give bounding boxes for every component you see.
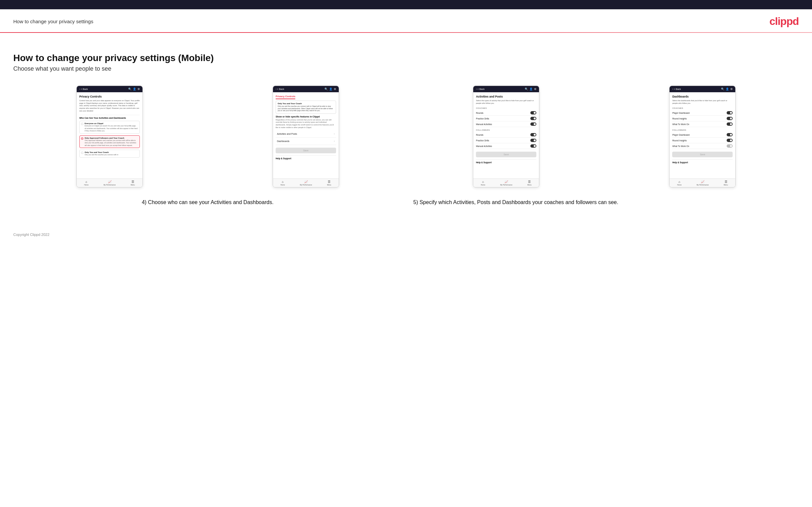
nav-home-4[interactable]: ⌂ Home bbox=[677, 180, 681, 186]
menu-label-2: Menu bbox=[327, 184, 332, 186]
home-label-2: Home bbox=[280, 184, 285, 186]
divider-1 bbox=[80, 115, 140, 115]
toggle-player-dash-coach-control[interactable] bbox=[727, 111, 732, 114]
nav-perf-2[interactable]: 📈 My Performance bbox=[300, 180, 312, 186]
home-icon-2: ⌂ bbox=[282, 180, 283, 183]
phone-4-back: ‹ < Back bbox=[672, 88, 681, 90]
toggle-work-on-follower-control[interactable] bbox=[727, 144, 732, 148]
phone-1-section-title: Privacy Controls bbox=[80, 95, 140, 98]
popup-desc: Only you and the coaches you connect wit… bbox=[277, 105, 334, 112]
top-bar bbox=[0, 0, 812, 9]
nav-menu-4[interactable]: ☰ Menu bbox=[724, 180, 728, 186]
screenshot-4: ‹ < Back 🔍 👤 ⚙ Dashboards Select th bbox=[606, 86, 799, 193]
option-approved[interactable]: Only Approved Followers and Your Coach O… bbox=[80, 135, 140, 148]
nav-menu-3[interactable]: ☰ Menu bbox=[527, 180, 532, 186]
player-dash-coach-label: Player Dashboard bbox=[672, 112, 690, 114]
page-heading: How to change your privacy settings (Mob… bbox=[13, 53, 799, 63]
toggle-drills-follower-control[interactable] bbox=[530, 139, 536, 142]
toggle-round-insights-follower-control[interactable] bbox=[727, 139, 732, 142]
activities-label: Activities and Posts bbox=[277, 133, 297, 135]
search-icon-4: 🔍 bbox=[721, 88, 724, 91]
menu-icon-1: ☰ bbox=[132, 180, 134, 183]
phone-1-nav: ⌂ Home 📈 My Performance ☰ Menu bbox=[77, 178, 143, 187]
phone-4-nav: ⌂ Home 📈 My Performance ☰ Menu bbox=[669, 178, 735, 187]
toggle-round-insights-follower: Round Insights bbox=[672, 138, 732, 143]
save-btn-3[interactable]: Save bbox=[476, 152, 536, 157]
coaches-label-3: COACHES bbox=[476, 107, 536, 109]
logo: clippd bbox=[769, 15, 799, 27]
toggle-drills-coach-control[interactable] bbox=[530, 117, 536, 120]
divider-4 bbox=[672, 159, 732, 160]
toggle-manual-follower-control[interactable] bbox=[530, 144, 536, 148]
toggle-player-dash-coach: Player Dashboard bbox=[672, 110, 732, 116]
nav-menu-2[interactable]: ☰ Menu bbox=[327, 180, 332, 186]
screenshot-1: ‹ < Back 🔍 👤 ⚙ Privacy Controls bbox=[13, 86, 206, 193]
phone-mockup-2: ‹ < Back 🔍 👤 ⚙ Privacy Controls bbox=[273, 86, 339, 187]
page-subheading: Choose what you want people to see bbox=[13, 65, 799, 72]
toggle-player-dash-follower-control[interactable] bbox=[727, 133, 732, 136]
option-approved-text: Only Approved Followers and Your Coach O… bbox=[85, 137, 138, 147]
followers-label-3: FOLLOWERS bbox=[476, 129, 536, 131]
search-icon-2: 🔍 bbox=[324, 88, 328, 91]
header: How to change your privacy settings clip… bbox=[0, 9, 812, 32]
home-label-3: Home bbox=[481, 184, 485, 186]
save-btn-4[interactable]: Save bbox=[672, 152, 732, 157]
nav-perf-4[interactable]: 📈 My Performance bbox=[697, 180, 709, 186]
help-label-4: Help & Support bbox=[672, 161, 732, 164]
search-icon: 🔍 bbox=[128, 88, 132, 91]
toggle-manual-coach: Manual Activities bbox=[476, 121, 536, 127]
settings-icon-2: ⚙ bbox=[334, 88, 336, 91]
radio-everyone[interactable] bbox=[81, 123, 83, 125]
rounds-coach-label: Rounds bbox=[476, 112, 483, 114]
phone-3-title: Activities and Posts bbox=[476, 95, 536, 98]
screenshot-3: ‹ < Back 🔍 👤 ⚙ Activities and Posts bbox=[410, 86, 602, 193]
toggle-work-on-coach-control[interactable] bbox=[727, 122, 732, 126]
menu-activities[interactable]: Activities and Posts › bbox=[276, 130, 336, 138]
nav-home-2[interactable]: ⌂ Home bbox=[280, 180, 285, 186]
toggle-manual-coach-control[interactable] bbox=[530, 122, 536, 126]
followers-label-4: FOLLOWERS bbox=[672, 129, 732, 131]
back-chevron-icon: ‹ bbox=[80, 88, 80, 90]
nav-home-1[interactable]: ⌂ Home bbox=[84, 180, 88, 186]
toggle-rounds-coach: Rounds bbox=[476, 110, 536, 116]
option-approved-desc: Only approved followers and coaches you … bbox=[85, 139, 136, 146]
option-only-you[interactable]: Only You and Your Coach Only you and the… bbox=[80, 150, 140, 158]
phone-4-body: Dashboards Select the dashboards that yo… bbox=[669, 92, 735, 178]
person-icon-3: 👤 bbox=[529, 88, 533, 91]
phone-2-body: Privacy Controls Only You and Your Coach… bbox=[273, 92, 339, 178]
copyright: Copyright Clippd 2022 bbox=[0, 226, 812, 243]
home-icon-4: ⌂ bbox=[678, 180, 680, 183]
main-content: How to change your privacy settings (Mob… bbox=[0, 43, 812, 226]
manual-follower-label: Manual Activities bbox=[476, 145, 492, 147]
nav-menu-1[interactable]: ☰ Menu bbox=[131, 180, 135, 186]
phone-2-nav: ⌂ Home 📈 My Performance ☰ Menu bbox=[273, 178, 339, 187]
radio-approved[interactable] bbox=[81, 137, 83, 140]
option-everyone-desc: Everyone on Clippd can search for you an… bbox=[85, 125, 138, 132]
toggle-rounds-follower-control[interactable] bbox=[530, 133, 536, 136]
toggle-rounds-coach-control[interactable] bbox=[530, 111, 536, 114]
menu-dashboards[interactable]: Dashboards › bbox=[276, 138, 336, 145]
option-everyone[interactable]: Everyone on Clippd Everyone on Clippd ca… bbox=[80, 121, 140, 134]
toggle-round-insights-coach-control[interactable] bbox=[727, 117, 732, 120]
privacy-tab: Privacy Controls bbox=[276, 95, 296, 99]
save-btn-2[interactable]: Save bbox=[276, 148, 336, 153]
divider-3 bbox=[476, 159, 536, 160]
back-chevron-icon-2: ‹ bbox=[276, 88, 276, 90]
phone-3-body: Activities and Posts Select the types of… bbox=[473, 92, 539, 178]
toggle-work-on-coach: What To Work On bbox=[672, 121, 732, 127]
option-everyone-label: Everyone on Clippd bbox=[85, 122, 138, 124]
phone-mockup-3: ‹ < Back 🔍 👤 ⚙ Activities and Posts bbox=[473, 86, 539, 187]
nav-home-3[interactable]: ⌂ Home bbox=[481, 180, 485, 186]
caption-4: 4) Choose who can see your Activities an… bbox=[13, 199, 402, 206]
nav-perf-1[interactable]: 📈 My Performance bbox=[104, 180, 116, 186]
phone-4-title: Dashboards bbox=[672, 95, 732, 98]
phone-1-body: Privacy Controls Control how you and you… bbox=[77, 92, 143, 178]
work-on-coach-label: What To Work On bbox=[672, 123, 689, 125]
option-everyone-text: Everyone on Clippd Everyone on Clippd ca… bbox=[85, 122, 138, 132]
manual-coach-label: Manual Activities bbox=[476, 123, 492, 125]
radio-only-you[interactable] bbox=[81, 152, 83, 154]
nav-perf-3[interactable]: 📈 My Performance bbox=[500, 180, 512, 186]
drills-follower-label: Practice Drills bbox=[476, 139, 489, 142]
dashboards-chevron: › bbox=[334, 140, 335, 143]
divider-2 bbox=[276, 155, 336, 156]
